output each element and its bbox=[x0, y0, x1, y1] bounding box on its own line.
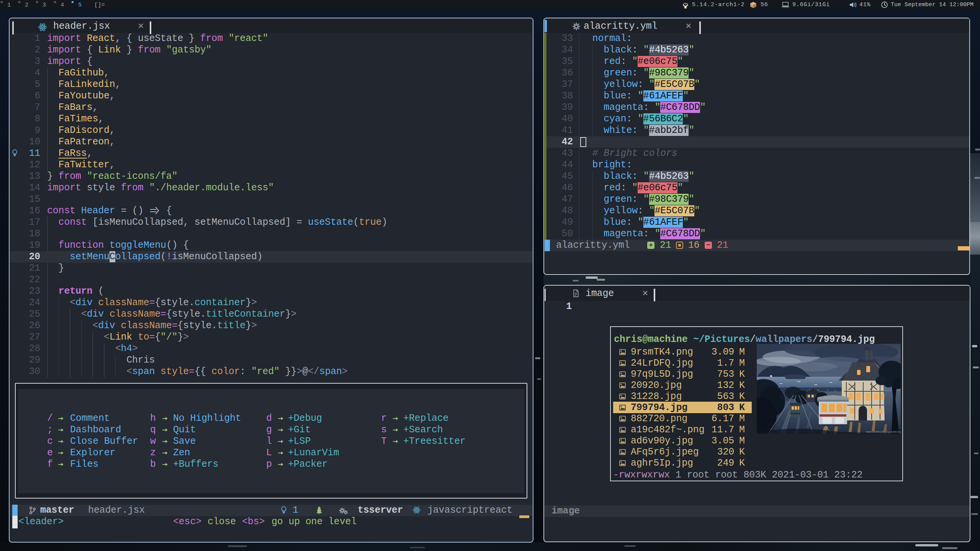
svg-text:www.DesktopBackground.org: www.DesktopBackground.org bbox=[865, 430, 901, 433]
